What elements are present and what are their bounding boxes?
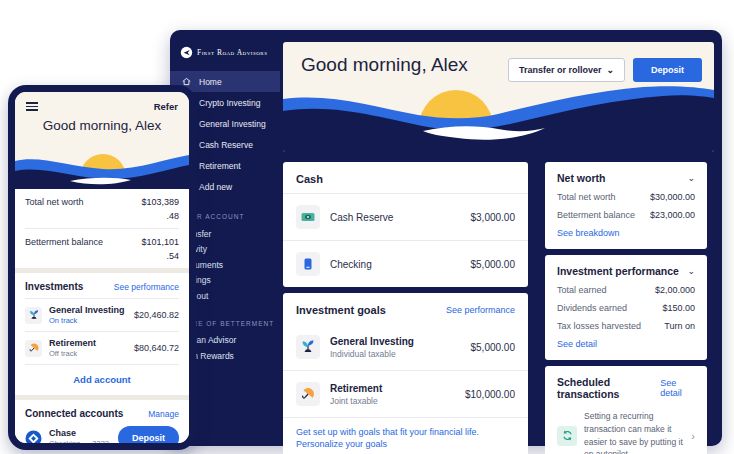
net-worth-title: Net worth	[557, 172, 605, 184]
dividends-earned-value: $150.00	[662, 303, 695, 313]
sidebar-item-label: Cash Reserve	[199, 140, 253, 150]
sapling-icon	[296, 335, 320, 359]
umbrella-icon	[296, 382, 320, 406]
connected-accounts-card: Connected accounts Manage Chase Checking…	[15, 400, 189, 443]
deposit-button[interactable]: Deposit	[633, 58, 702, 82]
bank-account-detail: Checking ····2323	[49, 439, 109, 443]
goal-name: Retirement Off track	[49, 338, 96, 358]
chevron-right-icon: ›	[691, 430, 695, 442]
mobile-balances-card: Total net worth $103,389 .48 Betterment …	[15, 189, 189, 268]
goal-subtitle: Joint taxable	[330, 396, 382, 406]
cash-reserve-row[interactable]: Cash Reserve $3,000.00	[283, 194, 528, 240]
total-earned-value: $2,00.000	[655, 285, 695, 295]
mobile-hero: Refer Good morning, Alex	[15, 92, 189, 189]
total-net-worth-row[interactable]: Total net worth $103,389 .48	[25, 189, 179, 228]
scheduled-title: Scheduled transactions	[557, 376, 660, 400]
mobile-investments-card: Investments See performance General Inve…	[15, 273, 189, 395]
cash-card: Cash Cash Reserve $3,000.00 Checking $5,…	[283, 162, 528, 287]
see-performance-link[interactable]: See performance	[114, 282, 179, 292]
investment-performance-card: Investment performance ⌄ Total earned $2…	[545, 255, 707, 360]
header-banner: Good morning, Alex Transfer or rollover …	[283, 42, 714, 152]
goal-balance: $80,640.72	[134, 343, 179, 353]
chase-logo-icon	[25, 430, 42, 444]
transfer-or-rollover-button[interactable]: Transfer or rollover ⌄	[508, 58, 625, 82]
goals-title: Investment goals	[296, 304, 386, 316]
turn-on-link[interactable]: Turn on	[664, 321, 695, 331]
umbrella-icon	[25, 340, 42, 357]
hamburger-menu-icon[interactable]	[26, 102, 38, 111]
chase-account-row: Chase Checking ····2323 Deposit	[25, 426, 179, 443]
account-name: Cash Reserve	[330, 212, 393, 223]
see-detail-link[interactable]: See detail	[660, 378, 695, 398]
scheduled-transactions-card: Scheduled transactions See detail	[545, 366, 707, 454]
connected-accounts-title: Connected accounts	[25, 408, 123, 419]
net-worth-card: Net worth ⌄ Total net worth $30,000.00 B…	[545, 162, 707, 249]
desktop-window: First Road Advisors Home Crypto Investin…	[170, 30, 722, 446]
status-badge: On track	[49, 316, 125, 325]
deposit-button[interactable]: Deposit	[118, 426, 179, 443]
debit-card-icon	[296, 252, 320, 276]
chevron-down-icon: ⌄	[606, 65, 614, 75]
total-net-worth-value: $30,000.00	[650, 192, 695, 202]
account-name: Checking	[330, 259, 372, 270]
see-breakdown-link[interactable]: See breakdown	[557, 228, 695, 238]
retirement-row[interactable]: Retirement Off track $80,640.72	[25, 332, 179, 364]
general-investing-row[interactable]: General Investing Individual taxable $5,…	[283, 324, 528, 370]
brand: First Road Advisors	[170, 30, 280, 59]
brand-logo-icon	[180, 46, 193, 59]
sunrise-illustration	[15, 135, 189, 189]
refer-button[interactable]: Refer	[154, 101, 178, 112]
status-badge: Off track	[49, 349, 96, 358]
scheduled-hint-text: Setting a recurring transaction can make…	[584, 410, 684, 454]
see-performance-link[interactable]: See performance	[446, 305, 515, 315]
add-account-link[interactable]: Add account	[25, 365, 179, 395]
manage-link[interactable]: Manage	[148, 409, 179, 419]
recurring-transaction-row[interactable]: Setting a recurring transaction can make…	[557, 410, 695, 454]
investment-goals-card: Investment goals See performance General…	[283, 293, 528, 454]
page-greeting: Good morning, Alex	[301, 54, 468, 76]
banknote-icon	[296, 205, 320, 229]
personalize-goals-link[interactable]: Get set up with goals that fit your fina…	[283, 417, 528, 454]
account-balance: $5,000.00	[471, 259, 516, 270]
brand-name: First Road Advisors	[197, 48, 268, 57]
betterment-balance-value: $101,101 .54	[141, 236, 179, 263]
sidebar-item-label: Crypto Investing	[199, 98, 260, 108]
see-detail-link[interactable]: See detail	[557, 339, 695, 349]
general-investing-row[interactable]: General Investing On track $20,460.82	[25, 299, 179, 331]
sidebar-item-label: Add new	[199, 182, 232, 192]
goal-balance: $10,000.00	[465, 389, 515, 400]
goal-balance: $20,460.82	[134, 310, 179, 320]
sidebar-item-label: Retirement	[199, 161, 241, 171]
checking-row[interactable]: Checking $5,000.00	[283, 241, 528, 287]
bank-name: Chase Checking ····2323	[49, 428, 109, 443]
chevron-down-icon[interactable]: ⌄	[687, 267, 695, 276]
chevron-down-icon[interactable]: ⌄	[687, 174, 695, 183]
main-content: Good morning, Alex Transfer or rollover …	[283, 42, 714, 454]
cash-title: Cash	[296, 173, 323, 185]
phone-mockup: Refer Good morning, Alex Total net worth…	[8, 85, 196, 450]
mobile-greeting: Good morning, Alex	[15, 118, 189, 133]
total-net-worth-value: $103,389 .48	[141, 196, 179, 223]
betterment-balance-row[interactable]: Betterment balance $101,101 .54	[25, 229, 179, 268]
sidebar-item-label: General Investing	[199, 119, 266, 129]
investments-title: Investments	[25, 281, 83, 292]
goal-name: General Investing Individual taxable	[330, 336, 414, 359]
sidebar-item-label: Home	[199, 77, 222, 87]
account-balance: $3,000.00	[471, 212, 516, 223]
goal-balance: $5,000.00	[471, 342, 516, 353]
phone-screen: Refer Good morning, Alex Total net worth…	[15, 92, 189, 443]
retirement-row[interactable]: Retirement Joint taxable $10,000.00	[283, 371, 528, 417]
goal-subtitle: Individual taxable	[330, 349, 414, 359]
goal-name: General Investing On track	[49, 305, 125, 325]
recurring-icon	[557, 426, 577, 446]
performance-title: Investment performance	[557, 265, 679, 277]
goal-name: Retirement Joint taxable	[330, 383, 382, 406]
betterment-balance-value: $23,000.00	[650, 210, 695, 220]
sapling-icon	[25, 307, 42, 324]
